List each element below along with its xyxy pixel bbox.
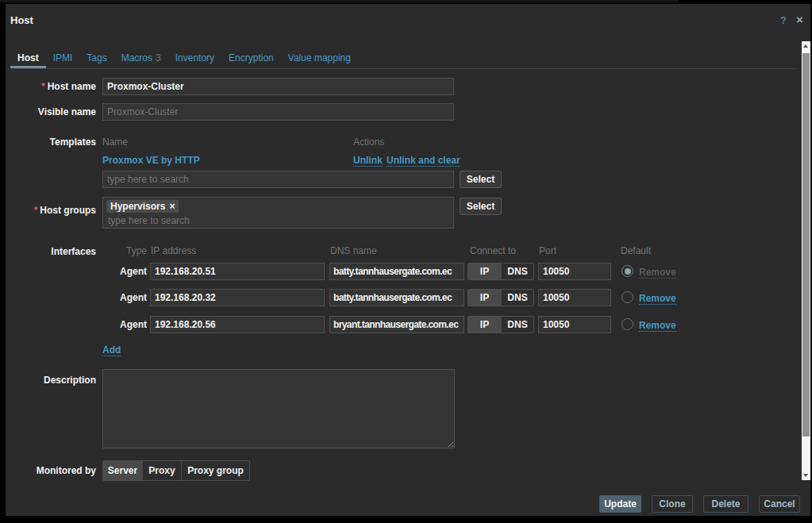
host-dialog: Host ? × Host IPMI Tags Macros3 Inventor… bbox=[6, 4, 810, 516]
interface-type: Agent bbox=[107, 316, 147, 333]
monitored-by-server[interactable]: Server bbox=[103, 461, 142, 480]
host-groups-select-button[interactable]: Select bbox=[460, 198, 502, 215]
interface-ip-input[interactable] bbox=[150, 316, 325, 333]
default-radio[interactable] bbox=[622, 265, 633, 277]
connect-ip-option[interactable]: IP bbox=[468, 263, 501, 279]
connect-dns-option[interactable]: DNS bbox=[501, 263, 533, 279]
background-page-edge bbox=[0, 0, 679, 2]
interfaces-default-header: Default bbox=[621, 245, 651, 256]
monitored-by-toggle: Server Proxy Proxy group bbox=[102, 460, 250, 481]
tab-value-mapping[interactable]: Value mapping bbox=[281, 48, 358, 68]
resize-handle[interactable] bbox=[446, 440, 453, 447]
add-interface-link[interactable]: Add bbox=[102, 344, 121, 356]
interface-ip-input[interactable] bbox=[150, 289, 325, 306]
connect-to-toggle: IP DNS bbox=[468, 316, 534, 333]
description-textarea[interactable] bbox=[102, 369, 455, 448]
scrollbar-down-arrow[interactable] bbox=[803, 474, 808, 477]
remove-interface-link: Remove bbox=[639, 267, 676, 279]
host-groups-search-placeholder: type here to search bbox=[108, 215, 190, 226]
tab-ipmi[interactable]: IPMI bbox=[46, 48, 80, 68]
monitored-by-proxy[interactable]: Proxy bbox=[142, 461, 181, 480]
remove-interface-link[interactable]: Remove bbox=[639, 320, 676, 332]
host-group-chip: Hypervisors× bbox=[106, 200, 179, 213]
scrollbar-thumb[interactable] bbox=[802, 53, 810, 436]
host-name-label: *Host name bbox=[6, 78, 96, 95]
connect-ip-option[interactable]: IP bbox=[468, 317, 501, 333]
interface-ip-input[interactable] bbox=[150, 263, 325, 280]
connect-dns-option[interactable]: DNS bbox=[501, 317, 533, 333]
linked-template-link[interactable]: Proxmox VE by HTTP bbox=[102, 155, 200, 166]
interfaces-port-header: Port bbox=[539, 245, 556, 256]
remove-interface-link[interactable]: Remove bbox=[639, 293, 676, 305]
connect-to-toggle: IP DNS bbox=[468, 289, 534, 306]
interface-dns-input[interactable] bbox=[329, 289, 464, 306]
scrollbar-up-arrow[interactable] bbox=[803, 44, 808, 48]
description-label: Description bbox=[6, 371, 96, 389]
unlink-and-clear-link[interactable]: Unlink and clear bbox=[387, 155, 460, 167]
connect-dns-option[interactable]: DNS bbox=[501, 290, 533, 306]
dialog-title: Host bbox=[10, 14, 33, 26]
tab-encryption[interactable]: Encryption bbox=[221, 48, 281, 68]
default-radio[interactable] bbox=[622, 291, 633, 303]
update-button[interactable]: Update bbox=[599, 495, 641, 513]
default-radio[interactable] bbox=[622, 318, 633, 330]
dialog-footer: Update Clone Delete Cancel bbox=[599, 495, 800, 513]
host-name-input[interactable] bbox=[102, 78, 454, 95]
interfaces-dns-header: DNS name bbox=[330, 245, 377, 256]
visible-name-input[interactable] bbox=[102, 103, 454, 121]
cancel-button[interactable]: Cancel bbox=[759, 495, 800, 513]
macros-count-badge: 3 bbox=[156, 52, 161, 63]
close-icon[interactable]: × bbox=[796, 13, 803, 26]
interfaces-ip-header: IP address bbox=[151, 245, 196, 256]
unlink-link[interactable]: Unlink bbox=[353, 155, 383, 167]
host-groups-multiselect[interactable]: Hypervisors× type here to search bbox=[102, 197, 454, 229]
interfaces-connect-header: Connect to bbox=[470, 245, 516, 256]
interface-type: Agent bbox=[107, 289, 147, 306]
interface-type: Agent bbox=[107, 263, 147, 280]
tab-bar: Host IPMI Tags Macros3 Inventory Encrypt… bbox=[10, 48, 797, 69]
connect-ip-option[interactable]: IP bbox=[468, 290, 501, 306]
chip-remove-icon[interactable]: × bbox=[169, 201, 175, 212]
tab-host[interactable]: Host bbox=[10, 48, 46, 68]
tab-inventory[interactable]: Inventory bbox=[168, 48, 221, 68]
visible-name-label: Visible name bbox=[6, 103, 96, 121]
interface-port-input[interactable] bbox=[538, 263, 611, 280]
monitored-by-proxy-group[interactable]: Proxy group bbox=[181, 461, 249, 480]
templates-label: Templates bbox=[6, 133, 96, 151]
interface-port-input[interactable] bbox=[538, 316, 611, 333]
monitored-by-label: Monitored by bbox=[6, 462, 96, 479]
template-search-input[interactable] bbox=[102, 171, 454, 188]
scrollbar[interactable] bbox=[802, 41, 810, 480]
delete-button[interactable]: Delete bbox=[703, 495, 749, 513]
tab-tags[interactable]: Tags bbox=[79, 48, 114, 68]
help-icon[interactable]: ? bbox=[780, 14, 787, 26]
interface-dns-input[interactable] bbox=[329, 263, 464, 280]
connect-to-toggle: IP DNS bbox=[468, 263, 534, 280]
templates-name-header: Name bbox=[102, 137, 128, 148]
required-marker: * bbox=[41, 81, 45, 92]
interface-dns-input[interactable] bbox=[329, 316, 464, 333]
templates-actions-header: Actions bbox=[353, 137, 384, 148]
interfaces-type-header: Type bbox=[107, 245, 147, 256]
tab-macros[interactable]: Macros3 bbox=[114, 48, 168, 68]
interfaces-label: Interfaces bbox=[6, 243, 96, 260]
clone-button[interactable]: Clone bbox=[652, 495, 693, 513]
interface-port-input[interactable] bbox=[538, 289, 611, 306]
template-select-button[interactable]: Select bbox=[460, 171, 502, 188]
host-groups-label: *Host groups bbox=[6, 202, 96, 219]
